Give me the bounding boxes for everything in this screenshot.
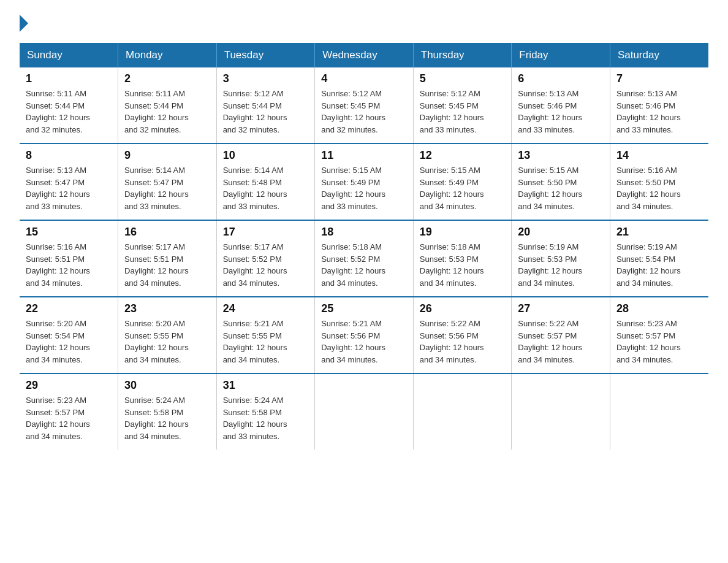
daylight-minutes: and 34 minutes.: [420, 278, 477, 288]
calendar-cell: [413, 373, 512, 450]
daylight-minutes: and 34 minutes.: [321, 278, 378, 288]
daylight-minutes: and 34 minutes.: [26, 355, 83, 364]
calendar-cell: 10 Sunrise: 5:14 AM Sunset: 5:48 PM Dayl…: [216, 144, 315, 220]
day-number: 27: [518, 302, 604, 315]
sunrise-value: 5:14 AM: [156, 166, 185, 175]
daylight-label: Daylight: 12 hours: [223, 190, 287, 199]
day-number: 3: [223, 72, 309, 85]
sunset-value: 5:57 PM: [547, 331, 577, 340]
day-info: Sunrise: 5:23 AM Sunset: 5:57 PM Dayligh…: [26, 394, 112, 442]
calendar-cell: 2 Sunrise: 5:11 AM Sunset: 5:44 PM Dayli…: [118, 67, 217, 144]
sunset-label: Sunset:: [223, 408, 252, 417]
sunset-label: Sunset:: [26, 101, 55, 110]
day-number: 22: [26, 302, 112, 315]
day-info: Sunrise: 5:16 AM Sunset: 5:51 PM Dayligh…: [26, 241, 112, 289]
daylight-label: Daylight: 12 hours: [616, 266, 681, 275]
day-info: Sunrise: 5:15 AM Sunset: 5:49 PM Dayligh…: [321, 164, 407, 212]
sunset-label: Sunset:: [321, 255, 351, 264]
day-number: 16: [124, 226, 210, 239]
sunset-value: 5:57 PM: [55, 408, 85, 417]
sunset-label: Sunset:: [420, 178, 449, 187]
day-number: 11: [321, 149, 407, 162]
sunrise-value: 5:23 AM: [57, 396, 86, 405]
sunrise-value: 5:19 AM: [550, 242, 579, 251]
day-info: Sunrise: 5:22 AM Sunset: 5:56 PM Dayligh…: [420, 318, 506, 366]
day-info: Sunrise: 5:12 AM Sunset: 5:45 PM Dayligh…: [321, 88, 407, 136]
calendar-cell: 12 Sunrise: 5:15 AM Sunset: 5:49 PM Dayl…: [413, 144, 512, 220]
sunrise-label: Sunrise:: [124, 396, 156, 405]
day-number: 6: [518, 72, 604, 85]
day-info: Sunrise: 5:13 AM Sunset: 5:46 PM Dayligh…: [518, 88, 604, 136]
sunrise-value: 5:17 AM: [254, 242, 284, 251]
sunset-label: Sunset:: [616, 101, 646, 110]
sunset-value: 5:45 PM: [449, 101, 478, 110]
daylight-minutes: and 33 minutes.: [420, 125, 477, 134]
sunset-value: 5:58 PM: [154, 408, 183, 417]
day-info: Sunrise: 5:14 AM Sunset: 5:48 PM Dayligh…: [223, 164, 309, 212]
day-number: 30: [124, 379, 210, 392]
header-saturday: Saturday: [610, 43, 708, 67]
calendar-cell: 30 Sunrise: 5:24 AM Sunset: 5:58 PM Dayl…: [118, 373, 217, 450]
sunrise-label: Sunrise:: [321, 242, 352, 251]
daylight-minutes: and 32 minutes.: [124, 125, 181, 134]
daylight-minutes: and 34 minutes.: [321, 355, 378, 364]
sunrise-value: 5:15 AM: [451, 166, 480, 175]
day-number: 19: [420, 226, 506, 239]
calendar-cell: 6 Sunrise: 5:13 AM Sunset: 5:46 PM Dayli…: [512, 67, 610, 144]
daylight-minutes: and 32 minutes.: [26, 125, 83, 134]
sunset-value: 5:58 PM: [252, 408, 281, 417]
calendar-cell: 15 Sunrise: 5:16 AM Sunset: 5:51 PM Dayl…: [20, 220, 118, 297]
day-info: Sunrise: 5:21 AM Sunset: 5:56 PM Dayligh…: [321, 318, 407, 366]
day-info: Sunrise: 5:11 AM Sunset: 5:44 PM Dayligh…: [124, 88, 210, 136]
daylight-label: Daylight: 12 hours: [223, 113, 287, 122]
day-number: 25: [321, 302, 407, 315]
day-number: 10: [223, 149, 309, 162]
day-info: Sunrise: 5:20 AM Sunset: 5:54 PM Dayligh…: [26, 318, 112, 366]
sunrise-value: 5:11 AM: [156, 89, 185, 98]
daylight-minutes: and 34 minutes.: [26, 278, 83, 288]
calendar-cell: 20 Sunrise: 5:19 AM Sunset: 5:53 PM Dayl…: [512, 220, 610, 297]
day-info: Sunrise: 5:12 AM Sunset: 5:45 PM Dayligh…: [420, 88, 506, 136]
sunset-label: Sunset:: [124, 408, 154, 417]
sunrise-value: 5:17 AM: [156, 242, 185, 251]
sunrise-value: 5:12 AM: [353, 89, 382, 98]
sunrise-label: Sunrise:: [321, 319, 352, 328]
calendar-cell: 25 Sunrise: 5:21 AM Sunset: 5:56 PM Dayl…: [315, 297, 414, 373]
daylight-label: Daylight: 12 hours: [26, 419, 90, 429]
sunrise-label: Sunrise:: [616, 166, 648, 175]
day-info: Sunrise: 5:18 AM Sunset: 5:53 PM Dayligh…: [420, 241, 506, 289]
sunset-label: Sunset:: [124, 101, 154, 110]
sunrise-label: Sunrise:: [223, 396, 254, 405]
logo-blue-part: [20, 15, 29, 33]
sunset-value: 5:50 PM: [646, 178, 675, 187]
daylight-minutes: and 34 minutes.: [124, 278, 181, 288]
calendar-cell: 23 Sunrise: 5:20 AM Sunset: 5:55 PM Dayl…: [118, 297, 217, 373]
sunset-value: 5:44 PM: [154, 101, 183, 110]
sunset-label: Sunset:: [124, 178, 154, 187]
calendar-cell: 18 Sunrise: 5:18 AM Sunset: 5:52 PM Dayl…: [315, 220, 414, 297]
day-number: 12: [420, 149, 506, 162]
daylight-minutes: and 34 minutes.: [616, 202, 673, 211]
calendar-cell: 17 Sunrise: 5:17 AM Sunset: 5:52 PM Dayl…: [216, 220, 315, 297]
calendar-cell: 8 Sunrise: 5:13 AM Sunset: 5:47 PM Dayli…: [20, 144, 118, 220]
sunrise-value: 5:15 AM: [550, 166, 579, 175]
sunset-value: 5:57 PM: [646, 331, 675, 340]
sunrise-label: Sunrise:: [124, 166, 156, 175]
day-number: 14: [616, 149, 702, 162]
daylight-minutes: and 34 minutes.: [223, 355, 280, 364]
sunrise-value: 5:22 AM: [451, 319, 480, 328]
day-number: 23: [124, 302, 210, 315]
daylight-minutes: and 32 minutes.: [321, 125, 378, 134]
daylight-minutes: and 33 minutes.: [223, 202, 280, 211]
sunset-value: 5:44 PM: [55, 101, 85, 110]
calendar-cell: 26 Sunrise: 5:22 AM Sunset: 5:56 PM Dayl…: [413, 297, 512, 373]
day-info: Sunrise: 5:22 AM Sunset: 5:57 PM Dayligh…: [518, 318, 604, 366]
sunrise-label: Sunrise:: [223, 166, 254, 175]
daylight-label: Daylight: 12 hours: [124, 343, 189, 352]
sunset-label: Sunset:: [26, 178, 55, 187]
sunset-label: Sunset:: [26, 255, 55, 264]
day-info: Sunrise: 5:18 AM Sunset: 5:52 PM Dayligh…: [321, 241, 407, 289]
calendar-cell: 22 Sunrise: 5:20 AM Sunset: 5:54 PM Dayl…: [20, 297, 118, 373]
day-number: 26: [420, 302, 506, 315]
calendar-cell: 14 Sunrise: 5:16 AM Sunset: 5:50 PM Dayl…: [610, 144, 708, 220]
